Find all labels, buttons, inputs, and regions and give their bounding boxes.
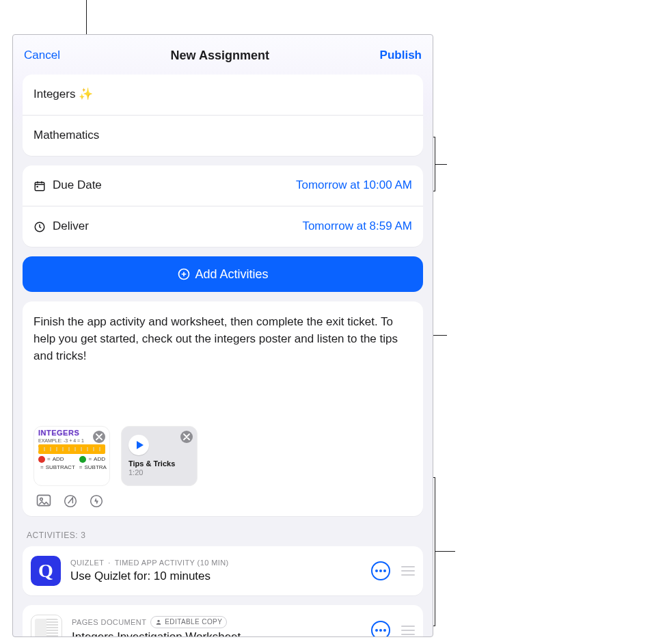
- activity-title: Integers Investigation Worksheet: [72, 630, 362, 637]
- poster-row-2: =SUBTRACT =SUBTRA: [34, 464, 109, 472]
- svg-point-8: [158, 620, 160, 622]
- page-title: New Assignment: [171, 47, 269, 64]
- publish-button[interactable]: Publish: [380, 48, 422, 64]
- drag-handle-icon[interactable]: [401, 626, 415, 635]
- activity-overline: QUIZLET · TIMED APP ACTIVITY (10 MIN): [70, 558, 362, 568]
- play-icon[interactable]: [128, 435, 149, 455]
- insert-audio-icon[interactable]: [90, 494, 103, 508]
- svg-rect-0: [35, 182, 44, 190]
- instructions-toolbar: [33, 486, 412, 508]
- assignment-class-field[interactable]: Mathematics: [23, 115, 423, 156]
- callout-line-activities: [435, 551, 455, 552]
- attachment-audio-tips[interactable]: Tips & Tricks 1:20: [121, 426, 198, 486]
- activity-pages-document[interactable]: PAGES DOCUMENT EDITABLE COPY Integers In…: [23, 605, 423, 637]
- add-activities-label: Add Activities: [195, 266, 268, 282]
- title-class-card: Integers ✨ Mathematics: [23, 75, 423, 156]
- instructions-card: Finish the app activity and worksheet, t…: [23, 301, 423, 516]
- pages-document-icon: [31, 615, 62, 637]
- clock-icon: [33, 221, 46, 233]
- editable-copy-badge: EDITABLE COPY: [150, 616, 227, 628]
- activity-overline: PAGES DOCUMENT EDITABLE COPY: [72, 616, 362, 628]
- poster-number-line: [38, 444, 105, 454]
- activities-header: ACTIVITIES: 3: [27, 530, 419, 541]
- due-date-label: Due Date: [53, 178, 102, 193]
- svg-point-5: [40, 498, 43, 501]
- activity-quizlet[interactable]: Q QUIZLET · TIMED APP ACTIVITY (10 MIN) …: [23, 546, 423, 595]
- assignment-title-value: Integers ✨: [33, 88, 93, 100]
- schedule-card: Due Date Tomorrow at 10:00 AM Deliver To…: [23, 165, 423, 247]
- activity-more-button[interactable]: [371, 621, 390, 637]
- plus-circle-icon: [177, 267, 191, 281]
- insert-sketch-icon[interactable]: [64, 494, 77, 508]
- audio-title: Tips & Tricks: [122, 459, 197, 468]
- callout-line-dates: [435, 164, 447, 165]
- navbar: Cancel New Assignment Publish: [13, 35, 433, 75]
- deliver-value: Tomorrow at 8:59 AM: [302, 219, 412, 234]
- add-activities-button[interactable]: Add Activities: [23, 256, 423, 292]
- quizlet-app-icon: Q: [31, 556, 61, 586]
- activity-title: Use Quizlet for: 10 minutes: [70, 569, 362, 585]
- due-date-field[interactable]: Due Date Tomorrow at 10:00 AM: [23, 165, 423, 206]
- drag-handle-icon[interactable]: [401, 566, 415, 576]
- due-date-value: Tomorrow at 10:00 AM: [296, 178, 412, 193]
- audio-duration: 1:20: [122, 468, 197, 477]
- assignment-title-field[interactable]: Integers ✨: [23, 75, 423, 115]
- cancel-button[interactable]: Cancel: [24, 48, 60, 64]
- assignment-modal: Cancel New Assignment Publish Integers ✨…: [12, 34, 433, 637]
- insert-photo-icon[interactable]: [36, 494, 51, 508]
- remove-attachment-icon[interactable]: [180, 431, 193, 443]
- deliver-label: Deliver: [53, 219, 89, 234]
- attachment-integers-poster[interactable]: INTEGERS EXAMPLE: -3 + 4 = 1 =ADD =ADD =…: [33, 426, 110, 486]
- instructions-text[interactable]: Finish the app activity and worksheet, t…: [33, 314, 412, 364]
- calendar-icon: [33, 180, 46, 192]
- poster-row-1: =ADD =ADD: [34, 455, 109, 464]
- assignment-class-value: Mathematics: [33, 129, 99, 142]
- activity-more-button[interactable]: [371, 561, 390, 580]
- svg-rect-1: [37, 186, 38, 187]
- callout-bracket-activities: [435, 477, 435, 626]
- deliver-field[interactable]: Deliver Tomorrow at 8:59 AM: [23, 206, 423, 247]
